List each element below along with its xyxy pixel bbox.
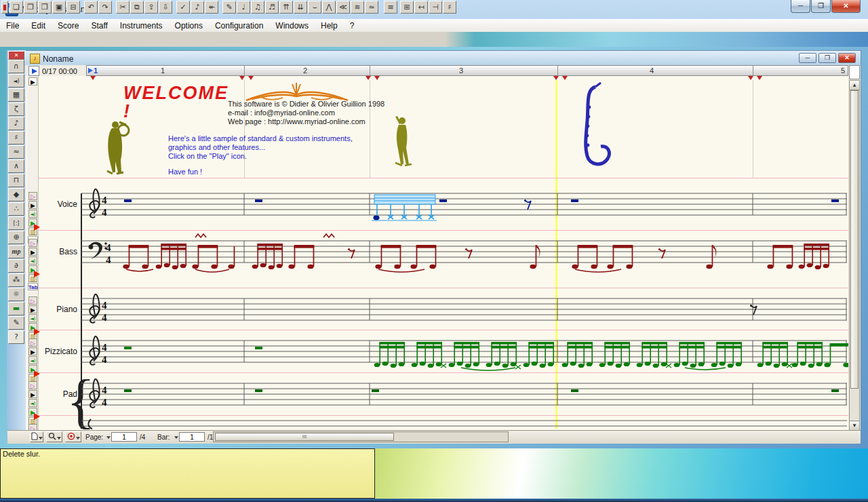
bass-play[interactable]: ▶	[28, 248, 37, 256]
menu-configuration[interactable]: Configuration	[209, 20, 269, 32]
doc-maximize-button[interactable]: ❐	[818, 53, 836, 63]
audio-tool-button[interactable]: ◄)	[8, 74, 24, 88]
toolbar-split-voice-button[interactable]: ⋀	[322, 1, 336, 14]
toolbar-open-file-button[interactable]: ❐	[24, 1, 37, 14]
notehead-tool-button[interactable]: ◆	[8, 188, 24, 201]
staff-piano[interactable]: 4 4	[81, 290, 848, 332]
ruler-start-marker[interactable]: 1	[88, 66, 98, 75]
toolbar-save-file-button[interactable]: ▣	[52, 1, 66, 14]
voice-play[interactable]: ▶	[28, 201, 37, 209]
toolbar-paste-button[interactable]: ⇪	[144, 1, 158, 14]
toolbar-cut-button[interactable]: ✂	[116, 1, 130, 14]
toolbar-copy-button[interactable]: ⧉	[130, 1, 144, 14]
gesture-tool-button[interactable]: ∂	[8, 259, 24, 273]
menu-instruments[interactable]: Instruments	[114, 20, 169, 32]
menu-question[interactable]: ?	[344, 20, 361, 32]
staff-voice[interactable]: 4 4	[81, 185, 848, 227]
pizzicato-speaker[interactable]: ◄)	[28, 356, 37, 364]
page-mode-button[interactable]	[30, 431, 43, 442]
toolbar-tie-button[interactable]: ⌣	[308, 1, 321, 14]
doc-close-button[interactable]: ✕	[838, 53, 856, 63]
ensemble-tool-button[interactable]: ⁂	[8, 273, 24, 287]
barline-tool-button[interactable]: [:]	[8, 216, 24, 230]
help-tool-button[interactable]: ?	[8, 330, 24, 344]
toolbar-check-note-button[interactable]: ✓	[176, 1, 190, 14]
vscroll-up-button[interactable]: ▲	[850, 81, 859, 90]
horizontal-scrollbar-thumb[interactable]: III	[215, 433, 394, 441]
pad-speaker[interactable]: ◄)	[28, 399, 37, 407]
ruler-corner-box[interactable]	[849, 65, 860, 79]
page-caret-icon[interactable]	[106, 436, 111, 439]
bass-tab-button[interactable]: Tab	[28, 283, 38, 290]
menu-options[interactable]: Options	[169, 20, 209, 32]
bar-input[interactable]	[179, 432, 205, 442]
toolbar-new-file-button[interactable]: ❏	[9, 1, 23, 14]
toolbar-close-file-button[interactable]: ❒	[38, 1, 52, 14]
toolbar-paste-special-button[interactable]: ⇩	[159, 1, 172, 14]
toolbar-redo-button[interactable]: ↷	[98, 1, 112, 14]
scatter-tool-button[interactable]: ∴	[8, 202, 24, 216]
document-titlebar[interactable]	[24, 51, 861, 65]
bracket-tool-button[interactable]: ⊓	[8, 174, 24, 187]
toolbar-insert-staff-button[interactable]: ⊞	[400, 1, 414, 14]
toolbar-transpose-up-button[interactable]: ⇈	[279, 1, 293, 14]
vertical-scrollbar-thumb[interactable]	[850, 90, 859, 389]
ornament-tool-button[interactable]: ≈	[8, 145, 24, 159]
slur-tool-button[interactable]: ∩	[8, 60, 24, 73]
bass-ghost-play[interactable]: ▷	[28, 239, 37, 247]
menu-help[interactable]: Help	[315, 20, 344, 32]
target-tool-button[interactable]: ⊕	[8, 231, 24, 244]
toolbar-voice-assign-button[interactable]: ♯	[443, 1, 456, 14]
maximize-button[interactable]: ❐	[811, 0, 831, 13]
voice-speaker[interactable]: ◄)	[28, 210, 37, 218]
pizzicato-play[interactable]: ▶	[28, 347, 37, 355]
rest-tool-button[interactable]: ζ	[8, 102, 24, 116]
accidental-tool-button[interactable]: ♯	[8, 131, 24, 144]
close-button[interactable]: ✕	[831, 0, 861, 13]
menu-windows[interactable]: Windows	[269, 20, 315, 32]
piano-ghost-play[interactable]: ▷	[28, 296, 37, 305]
vscroll-down-button[interactable]: ▼	[850, 421, 859, 430]
page-input[interactable]	[111, 432, 137, 442]
piano-play[interactable]: ▶	[28, 305, 37, 313]
slider-tool-button[interactable]: ▬	[8, 302, 24, 315]
staff-pizzicato[interactable]: 4 4	[81, 332, 848, 374]
toolbar-undo-button[interactable]: ↶	[84, 1, 98, 14]
toolbar-stem-tool-button[interactable]: ⊣	[429, 1, 442, 14]
pad-play[interactable]: ▶	[28, 390, 37, 398]
pizzicato-ghost-play[interactable]: ▷	[28, 339, 37, 347]
pad-ghost-play[interactable]: ▷	[28, 381, 37, 389]
note-tool-button[interactable]: ♪	[8, 117, 24, 130]
toolbar-spacing-button[interactable]: ≡	[384, 1, 397, 14]
strip-header[interactable]: ▶	[28, 77, 37, 85]
toolbar-print-button[interactable]: ⊟	[66, 1, 80, 14]
bass-speaker[interactable]: ◄)	[28, 256, 37, 265]
keyboard-tool-button[interactable]: ▦	[8, 88, 24, 102]
measure-ruler[interactable]	[86, 65, 848, 76]
staff-bass[interactable]: 4 4	[81, 233, 848, 275]
settings-tool-button[interactable]: ☼	[8, 288, 24, 301]
menu-staff[interactable]: Staff	[85, 20, 113, 32]
dynamics-tool-button[interactable]: mp	[8, 245, 24, 258]
toolbar-previous-notes-button[interactable]: ↞	[205, 1, 218, 14]
toolbar-note-pair-button[interactable]: ♫	[251, 1, 264, 14]
toolbar-sixteenth-notes-button[interactable]: ♬	[265, 1, 279, 14]
play-button[interactable]	[28, 66, 39, 76]
accent-tool-button[interactable]: ∧	[8, 159, 24, 173]
pen-tool-button[interactable]: ✎	[8, 316, 24, 330]
record-target-button[interactable]	[65, 431, 81, 442]
toolbar-grace-note-button[interactable]: ♩	[237, 1, 250, 14]
minimize-button[interactable]: ─	[791, 0, 810, 13]
toolbar-note-left-button[interactable]: ↤	[414, 1, 428, 14]
toolbar-anchor-marker-button[interactable]: ▮	[1, 1, 8, 14]
toolbar-tremolo-button[interactable]: ≋	[351, 1, 364, 14]
menu-score[interactable]: Score	[52, 20, 85, 32]
menu-edit[interactable]: Edit	[25, 20, 52, 32]
toolbar-crescendo-button[interactable]: ≪	[336, 1, 350, 14]
toolbox-close-button[interactable]: ✕	[8, 51, 24, 60]
piano-speaker[interactable]: ◄)	[28, 314, 37, 322]
voice-ghost-play[interactable]: ▷	[28, 192, 37, 200]
toolbar-ornaments-button[interactable]: ≃	[365, 1, 378, 14]
bar-caret-icon[interactable]	[174, 436, 178, 439]
toolbar-transpose-down-button[interactable]: ⇊	[294, 1, 307, 14]
